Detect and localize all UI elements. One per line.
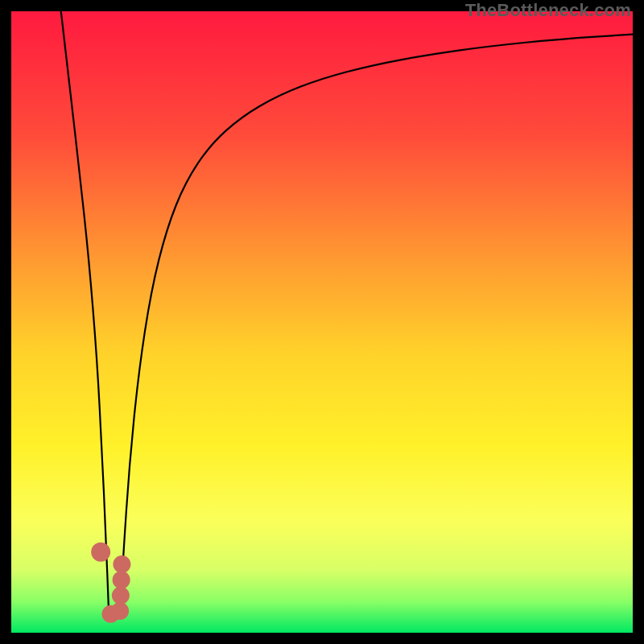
- chart-background: [11, 11, 633, 633]
- marker-point: [113, 555, 130, 573]
- outer-frame: TheBottleneck.com: [0, 0, 644, 644]
- bottleneck-chart: [11, 11, 633, 633]
- watermark-text: TheBottleneck.com: [465, 0, 631, 21]
- chart-svg: [11, 11, 633, 633]
- marker-point: [91, 543, 110, 562]
- marker-point: [112, 587, 130, 605]
- marker-point: [111, 602, 129, 620]
- marker-point: [113, 571, 130, 588]
